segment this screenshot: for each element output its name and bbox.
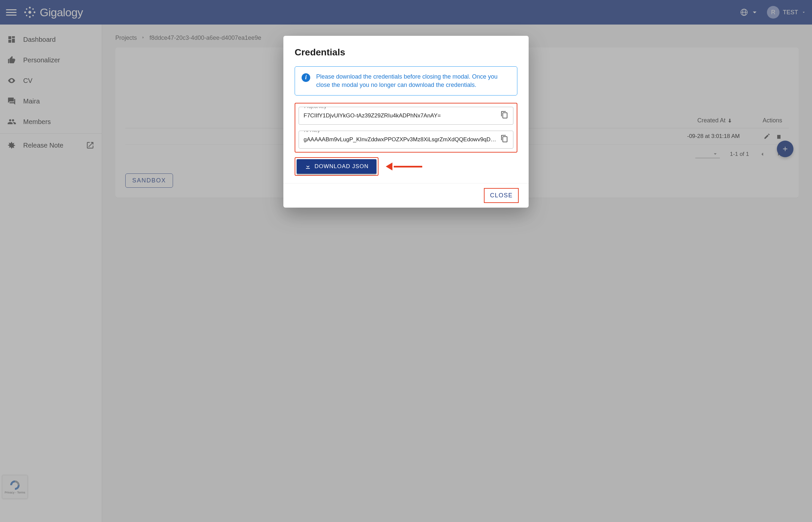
project-key-field: Project Key F7CIIfY1DjvUlYkGO-tAz39Z29ZR… (299, 107, 513, 125)
info-alert: i Please download the credentials before… (295, 66, 517, 96)
download-json-button[interactable]: DOWNLOAD JSON (297, 159, 376, 174)
project-key-label: Project Key (302, 107, 328, 109)
credentials-modal: Credentials i Please download the creden… (284, 36, 528, 207)
info-icon: i (301, 73, 310, 82)
project-key-value: F7CIIfY1DjvUlYkGO-tAz39Z29ZRIu4kADPhNx7A… (304, 113, 441, 119)
close-highlight: CLOSE (484, 188, 519, 203)
download-highlight: DOWNLOAD JSON (295, 157, 378, 176)
modal-scrim: Credentials i Please download the creden… (0, 0, 812, 522)
copy-api-key[interactable] (500, 135, 511, 145)
credentials-highlight: Project Key F7CIIfY1DjvUlYkGO-tAz39Z29ZR… (295, 103, 517, 153)
api-key-value: gAAAAABm9vLugP_KInvZddwxPPOZXPv3Mz8XiLsg… (304, 136, 513, 143)
api-key-field: API Key gAAAAABm9vLugP_KInvZddwxPPOZXPv3… (299, 130, 513, 148)
close-button[interactable]: CLOSE (486, 190, 516, 201)
modal-title: Credentials (295, 47, 517, 58)
download-icon (305, 163, 311, 170)
copy-project-key[interactable] (500, 111, 511, 121)
info-text: Please download the credentials before c… (316, 73, 511, 89)
annotation-arrow (386, 163, 422, 169)
copy-icon (500, 135, 508, 143)
copy-icon (500, 111, 508, 119)
api-key-label: API Key (302, 130, 322, 133)
